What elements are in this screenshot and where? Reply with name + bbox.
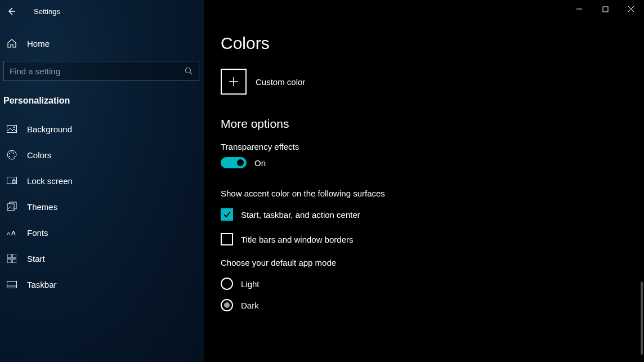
themes-icon <box>7 202 17 212</box>
lock-screen-icon <box>7 176 17 186</box>
back-button[interactable] <box>0 0 23 23</box>
close-icon <box>628 6 634 12</box>
content-pane: Colors Custom color More options Transpa… <box>204 0 644 362</box>
sidebar-item-label: Themes <box>27 202 57 212</box>
accent-surfaces-label: Show accent color on the following surfa… <box>221 189 644 198</box>
sidebar-item-lock-screen[interactable]: Lock screen <box>0 168 204 194</box>
svg-point-8 <box>9 153 10 154</box>
svg-rect-13 <box>12 181 15 183</box>
window-title: Settings <box>34 7 60 16</box>
plus-icon <box>227 75 240 88</box>
custom-color-label: Custom color <box>256 77 305 87</box>
custom-color-button[interactable] <box>221 69 247 95</box>
svg-point-7 <box>14 127 15 128</box>
sidebar-item-label: Start <box>27 254 45 263</box>
checkbox-checked <box>221 208 233 221</box>
svg-point-9 <box>11 151 12 153</box>
sidebar-item-label: Background <box>27 124 72 134</box>
svg-line-5 <box>190 72 193 74</box>
sidebar-item-themes[interactable]: Themes <box>0 194 204 220</box>
sidebar-item-background[interactable]: Background <box>0 116 204 142</box>
sidebar: Home Personalization Background <box>0 0 204 362</box>
svg-text:A: A <box>11 229 16 236</box>
more-options-header: More options <box>221 117 644 131</box>
accent-opt2-label: Title bars and window borders <box>241 235 354 244</box>
sidebar-item-taskbar[interactable]: Taskbar <box>0 271 204 297</box>
app-mode-dark[interactable]: Dark <box>221 299 644 311</box>
search-icon <box>185 67 193 75</box>
close-button[interactable] <box>618 0 644 18</box>
svg-point-4 <box>186 68 191 73</box>
scrollbar[interactable] <box>641 281 643 355</box>
custom-color-row: Custom color <box>221 69 644 95</box>
start-icon <box>7 253 17 263</box>
window-controls <box>566 0 644 18</box>
minimize-button[interactable] <box>566 0 592 18</box>
svg-rect-6 <box>7 126 17 133</box>
radio-unselected <box>221 278 233 290</box>
svg-point-10 <box>13 153 14 154</box>
sidebar-item-start[interactable]: Start <box>0 245 204 271</box>
maximize-icon <box>602 6 609 12</box>
minimize-icon <box>576 6 583 12</box>
page-title: Colors <box>221 34 644 53</box>
app-mode-dark-label: Dark <box>241 301 259 310</box>
search-input[interactable] <box>10 66 185 76</box>
home-nav[interactable]: Home <box>0 34 204 53</box>
arrow-left-icon <box>7 7 16 16</box>
settings-window: Settings Home <box>0 0 644 362</box>
accent-opt1-label: Start, taskbar, and action center <box>241 210 360 220</box>
svg-rect-21 <box>7 281 17 288</box>
sidebar-item-label: Taskbar <box>27 280 57 289</box>
checkmark-icon <box>222 210 231 219</box>
accent-check-titlebars[interactable]: Title bars and window borders <box>221 233 644 245</box>
sidebar-item-label: Fonts <box>27 228 48 238</box>
svg-rect-17 <box>7 254 11 258</box>
transparency-toggle-row: On <box>221 157 644 168</box>
app-mode-light[interactable]: Light <box>221 278 644 290</box>
app-mode-label: Choose your default app mode <box>221 258 644 267</box>
taskbar-icon <box>7 279 17 289</box>
palette-icon <box>7 150 17 160</box>
svg-point-11 <box>9 156 10 157</box>
home-label: Home <box>27 39 50 48</box>
titlebar: Settings <box>0 0 644 23</box>
nav-list: Background Colors Lock screen Themes <box>0 116 204 297</box>
checkbox-unchecked <box>221 233 233 245</box>
svg-rect-18 <box>12 254 16 258</box>
sidebar-item-label: Lock screen <box>27 176 73 186</box>
svg-rect-20 <box>12 259 16 263</box>
image-icon <box>7 124 17 134</box>
fonts-icon: AA <box>7 227 17 238</box>
transparency-toggle[interactable] <box>221 157 247 168</box>
sidebar-item-fonts[interactable]: AA Fonts <box>0 220 204 245</box>
transparency-label: Transparency effects <box>221 142 644 151</box>
search-container <box>3 61 199 81</box>
svg-rect-19 <box>7 259 11 263</box>
toggle-knob <box>237 159 244 166</box>
accent-check-start[interactable]: Start, taskbar, and action center <box>221 208 644 221</box>
section-header: Personalization <box>0 92 204 116</box>
home-icon <box>7 38 17 48</box>
app-mode-light-label: Light <box>241 279 260 289</box>
svg-rect-1 <box>603 7 608 12</box>
search-box[interactable] <box>3 61 199 81</box>
sidebar-item-label: Colors <box>27 150 51 160</box>
sidebar-item-colors[interactable]: Colors <box>0 142 204 168</box>
maximize-button[interactable] <box>592 0 618 18</box>
radio-selected <box>221 299 233 311</box>
svg-text:A: A <box>7 230 11 236</box>
transparency-state: On <box>254 158 266 168</box>
